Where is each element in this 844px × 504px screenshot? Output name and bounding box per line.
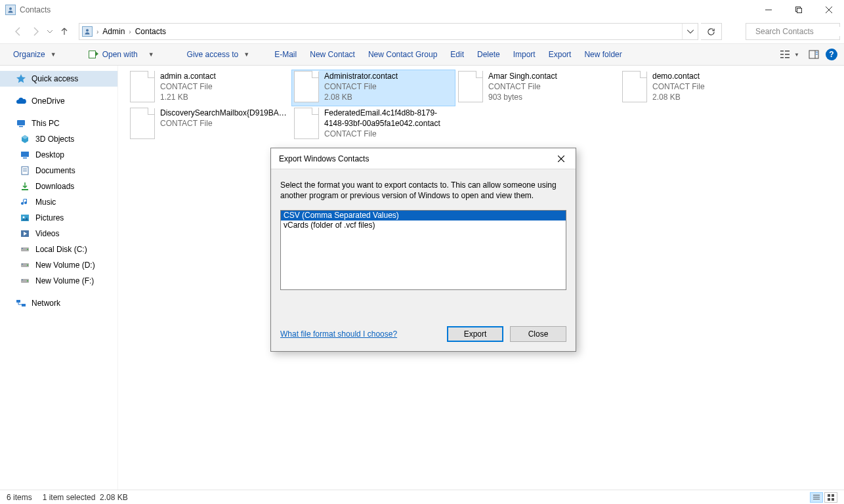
sidebar-onedrive[interactable]: OneDrive (0, 93, 117, 109)
toolbar-open-with[interactable]: Open with▼ (81, 44, 161, 65)
sidebar-item[interactable]: 3D Objects (0, 131, 117, 147)
file-item[interactable]: demo.contactCONTACT File2.08 KB (620, 70, 784, 106)
status-item-count: 6 items (7, 493, 32, 502)
cloud-icon (16, 96, 26, 106)
svg-rect-26 (22, 189, 28, 190)
svg-rect-21 (21, 152, 29, 157)
address-dropdown[interactable] (682, 24, 698, 39)
sidebar-item[interactable]: Local Disk (C:) (0, 242, 117, 257)
svg-rect-40 (22, 304, 26, 306)
breadcrumb-admin[interactable]: Admin (100, 27, 127, 36)
sidebar-item-label: Desktop (35, 150, 64, 159)
file-item[interactable]: admin a.contactCONTACT File1.21 KB (127, 70, 291, 106)
svg-rect-11 (780, 57, 784, 58)
format-option-csv[interactable]: CSV (Comma Separated Values) (281, 211, 566, 220)
help-button[interactable]: ? (826, 49, 837, 60)
file-item[interactable]: DiscoverySearchMailbox{D919BA05-46A6-415… (127, 106, 291, 143)
export-button[interactable]: Export (447, 326, 503, 342)
pc-icon (16, 118, 26, 129)
file-icon (130, 108, 155, 139)
toolbar-new-folder[interactable]: New folder (578, 44, 628, 65)
chevron-right-icon[interactable]: › (95, 28, 100, 35)
svg-rect-10 (780, 54, 784, 55)
toolbar-give-access[interactable]: Give access to ▼ (180, 44, 257, 65)
toolbar-email[interactable]: E-Mail (268, 44, 303, 65)
sidebar-item[interactable]: Music (0, 194, 117, 210)
up-button[interactable] (59, 26, 70, 37)
svg-rect-34 (22, 264, 23, 264)
sidebar-item[interactable]: Downloads (0, 178, 117, 194)
svg-rect-43 (813, 499, 820, 499)
sidebar-item[interactable]: Pictures (0, 210, 117, 226)
large-icons-view-button[interactable] (824, 492, 837, 503)
dialog-close-button[interactable] (547, 148, 576, 169)
minimize-button[interactable] (753, 0, 784, 20)
svg-rect-20 (19, 126, 23, 127)
chevron-right-icon[interactable]: › (127, 28, 132, 35)
toolbar-export[interactable]: Export (542, 44, 578, 65)
sidebar-item[interactable]: New Volume (D:) (0, 257, 117, 273)
toolbar-organize[interactable]: Organize ▼ (9, 44, 62, 65)
close-button[interactable] (814, 0, 844, 20)
svg-rect-47 (832, 498, 834, 501)
folder-icon (20, 150, 30, 160)
file-item[interactable]: FederatedEmail.4c1f4d8b-8179-4148-93bf-0… (291, 106, 455, 143)
svg-rect-9 (780, 51, 784, 52)
forward-button[interactable] (30, 26, 41, 37)
svg-rect-41 (813, 495, 820, 495)
back-button[interactable] (13, 26, 24, 37)
file-item[interactable]: Administrator.contactCONTACT File2.08 KB (291, 70, 455, 106)
sidebar-item[interactable]: Desktop (0, 147, 117, 163)
format-list[interactable]: CSV (Comma Separated Values) vCards (fol… (280, 210, 566, 290)
search-box[interactable] (746, 23, 840, 40)
sidebar-item[interactable]: Videos (0, 226, 117, 242)
view-options-button[interactable]: ▼ (777, 49, 802, 60)
sidebar-item[interactable]: New Volume (F:) (0, 273, 117, 289)
svg-rect-3 (797, 9, 802, 13)
refresh-button[interactable] (701, 23, 722, 40)
sidebar-item[interactable]: Documents (0, 163, 117, 178)
folder-icon (20, 165, 30, 176)
svg-rect-44 (828, 494, 830, 497)
format-option-vcards[interactable]: vCards (folder of .vcf files) (281, 220, 566, 230)
file-item[interactable]: Amar Singh.contactCONTACT File903 bytes (455, 70, 620, 106)
sidebar-item-label: OneDrive (32, 96, 65, 106)
sidebar-quick-access[interactable]: Quick access (0, 71, 117, 87)
sidebar-item-label: This PC (32, 119, 60, 128)
details-view-button[interactable] (810, 492, 823, 503)
status-selection: 1 item selected 2.08 KB (43, 493, 128, 502)
address-bar[interactable]: › Admin › Contacts (79, 23, 698, 40)
svg-rect-45 (832, 494, 834, 497)
sidebar-item-label: Videos (35, 229, 59, 238)
status-bar: 6 items 1 item selected 2.08 KB (0, 490, 844, 504)
svg-rect-42 (813, 497, 820, 497)
help-link[interactable]: What file format should I choose? (280, 329, 397, 339)
window-title: Contacts (20, 5, 51, 14)
sidebar-item-label: Pictures (35, 213, 64, 222)
toolbar-edit[interactable]: Edit (444, 44, 471, 65)
dialog-title: Export Windows Contacts (279, 154, 369, 163)
svg-point-28 (23, 217, 25, 219)
dialog-description: Select the format you want to export con… (280, 180, 566, 201)
toolbar-delete[interactable]: Delete (471, 44, 507, 65)
history-dropdown[interactable] (47, 26, 53, 37)
maximize-button[interactable] (784, 0, 814, 20)
close-button[interactable]: Close (510, 326, 566, 342)
sidebar-item-label: Quick access (32, 74, 78, 83)
sidebar-network[interactable]: Network (0, 295, 117, 311)
sidebar-item-label: New Volume (F:) (35, 276, 94, 285)
toolbar-new-contact-group[interactable]: New Contact Group (362, 44, 444, 65)
folder-icon (20, 228, 30, 239)
file-icon (622, 71, 647, 102)
toolbar-import[interactable]: Import (507, 44, 542, 65)
sidebar-item-label: Local Disk (C:) (35, 245, 87, 254)
search-input[interactable] (755, 27, 844, 36)
toolbar-new-contact[interactable]: New Contact (303, 44, 362, 65)
toolbar: Organize ▼ Open with▼ Give access to ▼ E… (0, 43, 844, 66)
breadcrumb-contacts[interactable]: Contacts (133, 27, 169, 36)
preview-pane-button[interactable] (806, 49, 822, 60)
sidebar-item-label: Network (32, 299, 60, 308)
folder-icon (20, 197, 30, 207)
sidebar-this-pc[interactable]: This PC (0, 116, 117, 131)
titlebar: Contacts (0, 0, 844, 20)
